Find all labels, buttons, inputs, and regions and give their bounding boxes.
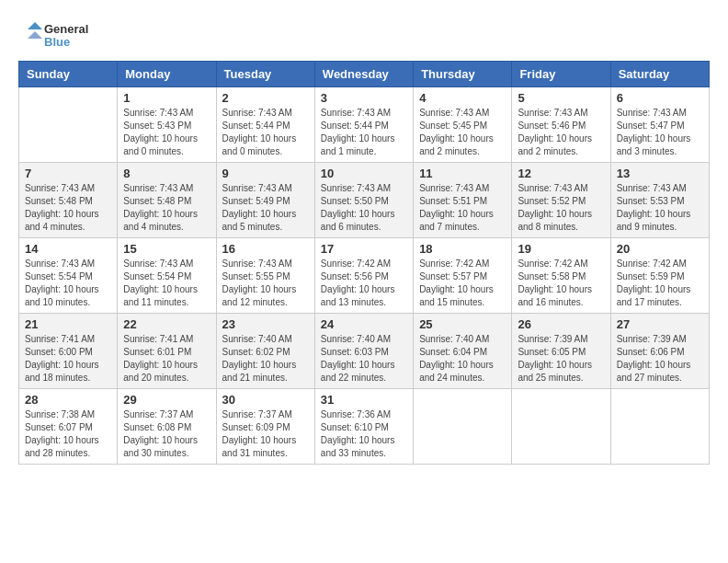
day-info: Sunrise: 7:42 AM Sunset: 5:58 PM Dayligh… bbox=[518, 258, 604, 309]
day-number: 6 bbox=[617, 91, 703, 105]
calendar-cell: 3Sunrise: 7:43 AM Sunset: 5:44 PM Daylig… bbox=[314, 87, 413, 163]
day-info: Sunrise: 7:43 AM Sunset: 5:46 PM Dayligh… bbox=[518, 107, 604, 158]
day-info: Sunrise: 7:43 AM Sunset: 5:45 PM Dayligh… bbox=[419, 107, 506, 158]
day-info: Sunrise: 7:43 AM Sunset: 5:55 PM Dayligh… bbox=[222, 258, 309, 309]
day-info: Sunrise: 7:38 AM Sunset: 6:07 PM Dayligh… bbox=[25, 408, 111, 460]
calendar-cell: 30Sunrise: 7:37 AM Sunset: 6:09 PM Dayli… bbox=[216, 389, 314, 465]
column-header-wednesday: Wednesday bbox=[314, 62, 413, 87]
day-info: Sunrise: 7:42 AM Sunset: 5:57 PM Dayligh… bbox=[419, 258, 506, 309]
day-info: Sunrise: 7:43 AM Sunset: 5:43 PM Dayligh… bbox=[123, 107, 210, 158]
svg-marker-3 bbox=[28, 31, 42, 39]
calendar-cell: 25Sunrise: 7:40 AM Sunset: 6:04 PM Dayli… bbox=[414, 314, 512, 389]
day-info: Sunrise: 7:42 AM Sunset: 5:56 PM Dayligh… bbox=[321, 258, 407, 309]
day-number: 27 bbox=[617, 317, 703, 331]
svg-marker-2 bbox=[28, 22, 42, 29]
calendar-cell: 9Sunrise: 7:43 AM Sunset: 5:49 PM Daylig… bbox=[216, 163, 314, 238]
calendar-cell: 1Sunrise: 7:43 AM Sunset: 5:43 PM Daylig… bbox=[118, 87, 216, 163]
day-number: 23 bbox=[222, 317, 309, 331]
calendar-cell: 29Sunrise: 7:37 AM Sunset: 6:08 PM Dayli… bbox=[118, 389, 216, 465]
day-number: 12 bbox=[518, 167, 604, 180]
calendar-cell bbox=[19, 87, 118, 163]
day-info: Sunrise: 7:40 AM Sunset: 6:04 PM Dayligh… bbox=[419, 333, 506, 385]
calendar-cell: 20Sunrise: 7:42 AM Sunset: 5:59 PM Dayli… bbox=[610, 238, 709, 314]
day-number: 17 bbox=[321, 242, 407, 256]
day-number: 18 bbox=[419, 242, 506, 256]
day-number: 5 bbox=[518, 91, 604, 105]
calendar-body: 1Sunrise: 7:43 AM Sunset: 5:43 PM Daylig… bbox=[19, 87, 710, 465]
calendar-cell: 19Sunrise: 7:42 AM Sunset: 5:58 PM Dayli… bbox=[512, 238, 610, 314]
calendar-cell: 22Sunrise: 7:41 AM Sunset: 6:01 PM Dayli… bbox=[118, 314, 216, 389]
logo: General Blue bbox=[18, 18, 101, 52]
svg-text:Blue: Blue bbox=[44, 35, 70, 49]
day-info: Sunrise: 7:37 AM Sunset: 6:09 PM Dayligh… bbox=[222, 408, 309, 460]
day-info: Sunrise: 7:40 AM Sunset: 6:03 PM Dayligh… bbox=[321, 333, 407, 385]
day-info: Sunrise: 7:43 AM Sunset: 5:54 PM Dayligh… bbox=[25, 258, 111, 309]
day-number: 21 bbox=[25, 317, 111, 331]
day-number: 1 bbox=[123, 91, 210, 105]
day-number: 9 bbox=[222, 167, 309, 180]
day-info: Sunrise: 7:43 AM Sunset: 5:54 PM Dayligh… bbox=[123, 258, 210, 309]
calendar-cell: 31Sunrise: 7:36 AM Sunset: 6:10 PM Dayli… bbox=[314, 389, 413, 465]
day-number: 19 bbox=[518, 242, 604, 256]
day-number: 3 bbox=[321, 91, 407, 105]
day-number: 29 bbox=[123, 393, 210, 407]
calendar-cell: 6Sunrise: 7:43 AM Sunset: 5:47 PM Daylig… bbox=[610, 87, 709, 163]
day-info: Sunrise: 7:43 AM Sunset: 5:53 PM Dayligh… bbox=[617, 182, 703, 234]
calendar-week-row: 21Sunrise: 7:41 AM Sunset: 6:00 PM Dayli… bbox=[19, 314, 710, 389]
page-header: General Blue bbox=[18, 18, 710, 52]
calendar-cell: 17Sunrise: 7:42 AM Sunset: 5:56 PM Dayli… bbox=[314, 238, 413, 314]
calendar-cell: 16Sunrise: 7:43 AM Sunset: 5:55 PM Dayli… bbox=[216, 238, 314, 314]
calendar-cell: 10Sunrise: 7:43 AM Sunset: 5:50 PM Dayli… bbox=[314, 163, 413, 238]
calendar-cell: 27Sunrise: 7:39 AM Sunset: 6:06 PM Dayli… bbox=[610, 314, 709, 389]
calendar-cell: 21Sunrise: 7:41 AM Sunset: 6:00 PM Dayli… bbox=[19, 314, 118, 389]
day-number: 30 bbox=[222, 393, 309, 407]
day-number: 15 bbox=[123, 242, 210, 256]
column-header-sunday: Sunday bbox=[19, 62, 118, 87]
calendar-cell: 12Sunrise: 7:43 AM Sunset: 5:52 PM Dayli… bbox=[512, 163, 610, 238]
day-number: 14 bbox=[25, 242, 111, 256]
day-info: Sunrise: 7:41 AM Sunset: 6:01 PM Dayligh… bbox=[123, 333, 210, 385]
day-info: Sunrise: 7:37 AM Sunset: 6:08 PM Dayligh… bbox=[123, 408, 210, 460]
calendar-cell: 7Sunrise: 7:43 AM Sunset: 5:48 PM Daylig… bbox=[19, 163, 118, 238]
day-number: 10 bbox=[321, 167, 407, 180]
calendar-table: SundayMondayTuesdayWednesdayThursdayFrid… bbox=[18, 61, 710, 465]
day-info: Sunrise: 7:43 AM Sunset: 5:47 PM Dayligh… bbox=[617, 107, 703, 158]
day-number: 26 bbox=[518, 317, 604, 331]
calendar-cell bbox=[610, 389, 709, 465]
day-info: Sunrise: 7:39 AM Sunset: 6:05 PM Dayligh… bbox=[518, 333, 604, 385]
day-info: Sunrise: 7:40 AM Sunset: 6:02 PM Dayligh… bbox=[222, 333, 309, 385]
day-info: Sunrise: 7:43 AM Sunset: 5:51 PM Dayligh… bbox=[419, 182, 506, 234]
day-info: Sunrise: 7:43 AM Sunset: 5:48 PM Dayligh… bbox=[25, 182, 111, 234]
day-number: 8 bbox=[123, 167, 210, 180]
calendar-header-row: SundayMondayTuesdayWednesdayThursdayFrid… bbox=[19, 62, 710, 87]
calendar-cell: 26Sunrise: 7:39 AM Sunset: 6:05 PM Dayli… bbox=[512, 314, 610, 389]
day-number: 4 bbox=[419, 91, 506, 105]
day-number: 13 bbox=[617, 167, 703, 180]
calendar-cell: 18Sunrise: 7:42 AM Sunset: 5:57 PM Dayli… bbox=[414, 238, 512, 314]
column-header-monday: Monday bbox=[118, 62, 216, 87]
day-info: Sunrise: 7:41 AM Sunset: 6:00 PM Dayligh… bbox=[25, 333, 111, 385]
calendar-cell: 13Sunrise: 7:43 AM Sunset: 5:53 PM Dayli… bbox=[610, 163, 709, 238]
calendar-cell: 28Sunrise: 7:38 AM Sunset: 6:07 PM Dayli… bbox=[19, 389, 118, 465]
day-number: 7 bbox=[25, 167, 111, 180]
calendar-cell: 5Sunrise: 7:43 AM Sunset: 5:46 PM Daylig… bbox=[512, 87, 610, 163]
day-info: Sunrise: 7:43 AM Sunset: 5:50 PM Dayligh… bbox=[321, 182, 407, 234]
column-header-thursday: Thursday bbox=[414, 62, 512, 87]
day-info: Sunrise: 7:43 AM Sunset: 5:44 PM Dayligh… bbox=[222, 107, 309, 158]
calendar-cell: 23Sunrise: 7:40 AM Sunset: 6:02 PM Dayli… bbox=[216, 314, 314, 389]
day-number: 2 bbox=[222, 91, 309, 105]
day-info: Sunrise: 7:42 AM Sunset: 5:59 PM Dayligh… bbox=[617, 258, 703, 309]
day-number: 28 bbox=[25, 393, 111, 407]
calendar-cell: 15Sunrise: 7:43 AM Sunset: 5:54 PM Dayli… bbox=[118, 238, 216, 314]
day-info: Sunrise: 7:43 AM Sunset: 5:44 PM Dayligh… bbox=[321, 107, 407, 158]
day-info: Sunrise: 7:36 AM Sunset: 6:10 PM Dayligh… bbox=[321, 408, 407, 460]
calendar-cell: 11Sunrise: 7:43 AM Sunset: 5:51 PM Dayli… bbox=[414, 163, 512, 238]
calendar-week-row: 28Sunrise: 7:38 AM Sunset: 6:07 PM Dayli… bbox=[19, 389, 710, 465]
day-number: 20 bbox=[617, 242, 703, 256]
calendar-cell bbox=[512, 389, 610, 465]
day-number: 24 bbox=[321, 317, 407, 331]
svg-text:General: General bbox=[44, 22, 88, 36]
day-info: Sunrise: 7:43 AM Sunset: 5:52 PM Dayligh… bbox=[518, 182, 604, 234]
calendar-week-row: 14Sunrise: 7:43 AM Sunset: 5:54 PM Dayli… bbox=[19, 238, 710, 314]
calendar-week-row: 7Sunrise: 7:43 AM Sunset: 5:48 PM Daylig… bbox=[19, 163, 710, 238]
